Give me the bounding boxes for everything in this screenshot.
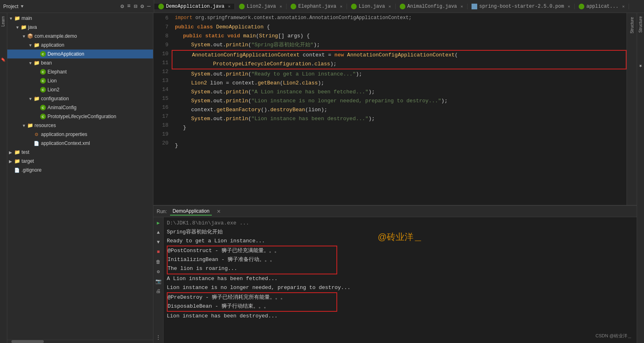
project-dropdown-icon[interactable]: ▼ — [21, 4, 24, 9]
favorites-label[interactable]: ★ — [638, 60, 644, 71]
tree-item-application[interactable]: ▼ 📁 application — [7, 41, 153, 50]
expand-icon: ▼ — [28, 97, 33, 101]
settings-button[interactable]: ⚙ — [154, 267, 162, 276]
camera-button[interactable]: 📷 — [154, 277, 162, 285]
tree-item-resources[interactable]: ▼ 📁 resources — [7, 121, 153, 130]
tab-animalconfig[interactable]: AnimalConfig.java ✕ — [396, 4, 467, 9]
learn-label[interactable]: Learn — [0, 13, 7, 30]
tab-close-icon[interactable]: ✕ — [228, 4, 230, 9]
tab-pom[interactable]: spring-boot-starter-2.5.0.pom ✕ — [467, 4, 575, 9]
pom-icon — [472, 4, 477, 9]
tree-item-lion[interactable]: ▶ C Lion — [7, 76, 153, 85]
expand-icon: ▼ — [22, 34, 27, 39]
tab-close-icon[interactable]: ✕ — [340, 4, 342, 9]
line-6: 6 — [153, 14, 168, 23]
scroll-up-button[interactable]: ▲ — [154, 229, 162, 237]
editor-area: 6 ▶ 7 ▶ 8 9 10 11 12 13 14 ⚡ 15 — [153, 13, 637, 205]
folder-icon: 📁 — [33, 42, 40, 48]
java-icon — [291, 4, 296, 9]
expand-icon: ▶ — [28, 141, 33, 146]
folder-icon: 📁 — [33, 60, 40, 66]
line-11: 11 — [153, 58, 168, 67]
print-button[interactable]: 🖨 — [154, 287, 162, 295]
expand-icon: ▶ — [35, 106, 40, 110]
code-line-8: public static void main(String[] args) { — [172, 32, 627, 41]
tree-item-package[interactable]: ▼ 📦 com.example.demo — [7, 32, 153, 41]
more-button[interactable]: ⋮ — [154, 333, 162, 341]
line-12: 12 — [153, 67, 168, 76]
tree-item-properties[interactable]: ▶ ⚙ application.properties — [7, 130, 153, 139]
tree-label: PrototypeLifecycleConfiguration — [47, 114, 116, 119]
right-area: 6 ▶ 7 ▶ 8 9 10 11 12 13 14 ⚡ 15 — [153, 13, 637, 343]
tab-applicat[interactable]: applicat... ✕ — [575, 4, 629, 9]
console-left-toolbar: ▶ ▲ ▼ ■ 🗑 ⚙ 📷 🖨 ⋮ — [153, 217, 164, 343]
expand-icon: ▶ — [35, 52, 40, 56]
console-line-destroyed: Lion instance has been destroyed... — [167, 312, 633, 321]
project-scrollbar[interactable] — [7, 340, 153, 343]
tab-close-icon[interactable]: ✕ — [568, 4, 570, 9]
tab-close-icon[interactable]: ✕ — [389, 4, 391, 9]
tree-item-xml[interactable]: ▶ 📄 applicationContext.xml — [7, 139, 153, 148]
java-icon — [239, 4, 245, 9]
align-icon[interactable]: ≡ — [127, 3, 130, 10]
class-icon: C — [40, 114, 46, 119]
folder-icon: 📁 — [20, 24, 27, 30]
class-icon: C — [40, 105, 46, 110]
folder-icon: 📁 — [14, 158, 20, 164]
console-highlight-block-1: @PostConstruct - 狮子已经充满能量。。。 Initializin… — [167, 246, 337, 274]
tree-item-target[interactable]: ▶ 📁 target — [7, 157, 153, 166]
tree-item-main[interactable]: ▼ 📁 main — [7, 14, 153, 23]
tab-label: DemoApplication.java — [166, 4, 224, 9]
tab-elephant[interactable]: Elephant.java ✕ — [286, 4, 347, 9]
tree-item-lion2[interactable]: ▶ C Lion2 — [7, 85, 153, 94]
console-header: Run: DemoApplication ✕ — [153, 206, 637, 217]
split-icon[interactable]: ⊟ — [134, 3, 137, 10]
tree-item-elephant[interactable]: ▶ C Elephant — [7, 67, 153, 76]
tree-item-test[interactable]: ▶ 📁 test — [7, 148, 153, 157]
folder-icon: 📁 — [14, 15, 20, 21]
line-18: 18 — [153, 121, 168, 130]
tab-lion2[interactable]: Lion2.java ✕ — [235, 4, 286, 9]
run-label: Run: — [157, 209, 167, 214]
bookmark-label[interactable]: 🔖 — [0, 54, 7, 66]
tree-item-gitignore[interactable]: ▶ 📄 .gitignore — [7, 166, 153, 175]
tab-label: applicat... — [586, 4, 618, 9]
tab-lion[interactable]: Lion.java ✕ — [347, 4, 396, 9]
tab-label: Lion.java — [359, 4, 385, 9]
console-line-fetched: A Lion instance has been fetched... — [167, 274, 633, 283]
tree-item-configuration[interactable]: ▼ 📁 configuration — [7, 94, 153, 103]
tree-item-demoapplication[interactable]: ▶ C DemoApplication — [7, 50, 153, 58]
project-label: Project — [3, 4, 18, 9]
tree-item-animalconfig[interactable]: ▶ C AnimalConfig — [7, 103, 153, 112]
console-line-java: D:\JDK1.8\bin\java.exe ... — [167, 219, 633, 228]
tab-close-icon[interactable]: ✕ — [622, 4, 625, 9]
code-line-20: } — [172, 141, 627, 150]
minimize-icon[interactable]: — — [147, 3, 151, 10]
left-side-labels: Learn 🔖 — [0, 13, 7, 343]
tab-close-icon[interactable]: ✕ — [461, 4, 463, 9]
code-editor[interactable]: import org.springframework.context.annot… — [172, 13, 627, 205]
tab-close-icon[interactable]: ✕ — [280, 4, 282, 9]
gear-icon[interactable]: ⚙ — [121, 3, 124, 10]
tab-demoapplication[interactable]: DemoApplication.java ✕ — [154, 4, 235, 9]
settings-icon[interactable]: ⚙ — [140, 3, 144, 10]
close-console-tab-icon[interactable]: ✕ — [217, 209, 221, 214]
tree-item-prototype[interactable]: ▶ C PrototypeLifecycleConfiguration — [7, 112, 153, 121]
clear-button[interactable]: 🗑 — [154, 258, 162, 266]
console-line-roaring: The lion is roaring... — [168, 264, 336, 273]
console-line-init: Spring容器初始化开始 — [167, 228, 633, 237]
tree-label: Elephant — [47, 69, 67, 75]
console-highlight-block-2: @PreDestroy - 狮子已经消耗完所有能量。。。 DisposableB… — [167, 292, 337, 312]
tree-label: application — [41, 42, 64, 48]
structure-right-label[interactable]: Structure — [638, 13, 644, 36]
console-tab-demoapplication[interactable]: DemoApplication — [170, 207, 212, 216]
tree-item-bean[interactable]: ▼ 📁 bean — [7, 58, 153, 67]
tree-item-java[interactable]: ▼ 📁 java — [7, 23, 153, 32]
stop-button[interactable]: ■ — [154, 248, 162, 256]
scroll-down-button[interactable]: ▼ — [154, 238, 162, 246]
project-panel: ▼ 📁 main ▼ 📁 java ▼ 📦 com.example.demo ▼… — [7, 13, 153, 343]
play-button[interactable]: ▶ — [154, 219, 162, 227]
structure-label[interactable]: Structure — [629, 15, 635, 36]
line-17: 17 — [153, 112, 168, 121]
code-line-10: AnnotationConfigApplicationContext conte… — [172, 51, 626, 60]
